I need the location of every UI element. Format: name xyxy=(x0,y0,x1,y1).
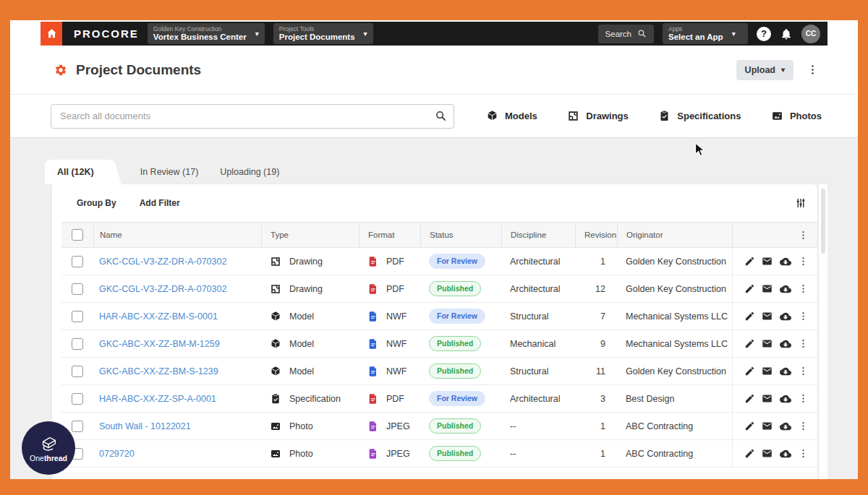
row-checkbox[interactable] xyxy=(72,311,83,322)
document-link[interactable]: GKC-CGL-V3-ZZ-DR-A-070302 xyxy=(99,257,226,267)
project-picker[interactable]: Golden Key Construction Vortex Business … xyxy=(148,23,265,44)
quick-link-photos[interactable]: Photos xyxy=(771,110,822,122)
quick-link-specifications[interactable]: Specifications xyxy=(658,110,741,122)
document-link[interactable]: GKC-ABC-XX-ZZ-BM-M-1259 xyxy=(99,339,220,349)
row-checkbox[interactable] xyxy=(72,366,83,377)
edit-pencil-icon[interactable] xyxy=(744,256,755,267)
email-icon[interactable] xyxy=(762,448,773,459)
format-label: PDF xyxy=(386,257,404,267)
upload-button[interactable]: Upload ▾ xyxy=(736,60,793,80)
table-row[interactable]: GKC-ABC-XX-ZZ-BM-M-1259 Model NWF Publis… xyxy=(61,330,817,358)
home-button[interactable] xyxy=(41,22,62,46)
download-cloud-icon[interactable] xyxy=(780,338,791,350)
global-search-button[interactable]: Search xyxy=(598,25,654,43)
edit-pencil-icon[interactable] xyxy=(744,366,755,376)
download-cloud-icon[interactable] xyxy=(780,421,791,432)
tool-picker-value: Project Documents xyxy=(279,33,355,42)
edit-pencil-icon[interactable] xyxy=(744,283,755,294)
notifications-bell-icon[interactable] xyxy=(780,27,793,40)
download-cloud-icon[interactable] xyxy=(780,256,791,267)
chevron-down-icon: ▾ xyxy=(364,30,367,38)
edit-pencil-icon[interactable] xyxy=(744,311,755,322)
quick-link-label: Photos xyxy=(790,111,822,121)
row-more-options-icon[interactable] xyxy=(798,338,809,349)
row-more-options-icon[interactable] xyxy=(798,311,809,322)
document-link[interactable]: South Wall - 10122021 xyxy=(99,421,191,431)
column-header-name: Name xyxy=(93,223,261,247)
email-icon[interactable] xyxy=(762,256,773,267)
quick-link-drawings[interactable]: Drawings xyxy=(567,110,629,122)
type-icon xyxy=(270,366,281,377)
table-settings-icon[interactable] xyxy=(794,197,807,210)
tab-uploading-19[interactable]: Uploading (19) xyxy=(220,160,279,184)
row-checkbox[interactable] xyxy=(72,256,83,267)
download-cloud-icon[interactable] xyxy=(780,448,791,460)
tab-in-review-17[interactable]: In Review (17) xyxy=(140,160,199,184)
quick-link-models[interactable]: Models xyxy=(486,110,537,122)
download-cloud-icon[interactable] xyxy=(780,311,791,322)
status-badge: Published xyxy=(429,418,481,434)
edit-pencil-icon[interactable] xyxy=(744,448,755,459)
email-icon[interactable] xyxy=(762,366,773,376)
originator-value: Mechanical Systems LLC xyxy=(617,303,732,330)
company-name: Golden Key Construction xyxy=(153,25,247,33)
columns-options-icon[interactable] xyxy=(798,230,809,241)
tool-picker[interactable]: Project Tools Project Documents ▾ xyxy=(273,23,373,44)
help-glyph: ? xyxy=(761,28,767,39)
edit-pencil-icon[interactable] xyxy=(744,421,755,431)
row-more-options-icon[interactable] xyxy=(798,366,809,376)
download-cloud-icon[interactable] xyxy=(780,366,791,377)
table-row[interactable]: GKC-CGL-V3-ZZ-DR-A-070302 Drawing PDF Pu… xyxy=(61,275,817,303)
email-icon[interactable] xyxy=(762,393,773,404)
search-input[interactable] xyxy=(51,104,454,129)
apps-picker[interactable]: Apps Select an App ▾ xyxy=(663,23,748,44)
row-more-options-icon[interactable] xyxy=(798,283,809,294)
email-icon[interactable] xyxy=(762,283,773,294)
row-more-options-icon[interactable] xyxy=(798,448,809,459)
help-button[interactable]: ? xyxy=(757,27,771,41)
row-checkbox[interactable] xyxy=(72,421,83,432)
onethread-logo-icon xyxy=(38,434,59,453)
download-cloud-icon[interactable] xyxy=(780,283,791,295)
email-icon[interactable] xyxy=(762,311,773,322)
tab-all-12k[interactable]: All (12K) xyxy=(45,160,119,184)
row-checkbox[interactable] xyxy=(72,283,83,295)
discipline-value: Mechanical xyxy=(501,330,575,357)
scrollbar-thumb[interactable] xyxy=(821,189,825,254)
revision-value: 1 xyxy=(575,440,617,467)
document-link[interactable]: GKC-ABC-XX-ZZ-BM-S-1239 xyxy=(99,366,218,376)
user-avatar[interactable]: CC xyxy=(801,25,820,43)
table-row[interactable]: South Wall - 10122021 Photo JPEG Publish… xyxy=(61,413,817,440)
row-checkbox[interactable] xyxy=(72,393,83,405)
vertical-scrollbar[interactable] xyxy=(819,184,827,479)
table-row[interactable]: GKC-CGL-V3-ZZ-DR-A-070302 Drawing PDF Fo… xyxy=(61,248,817,275)
header-more-options-button[interactable] xyxy=(805,62,820,77)
row-more-options-icon[interactable] xyxy=(798,421,809,431)
search-icon[interactable] xyxy=(435,110,447,122)
type-label: Specification xyxy=(289,394,341,404)
email-icon[interactable] xyxy=(762,338,773,349)
document-link[interactable]: 0729720 xyxy=(99,449,135,459)
type-icon xyxy=(270,283,281,295)
group-by-button[interactable]: Group By xyxy=(77,198,116,208)
quick-link-icon xyxy=(658,110,671,122)
revision-value: 1 xyxy=(575,248,617,275)
document-link[interactable]: GKC-CGL-V3-ZZ-DR-A-070302 xyxy=(99,284,226,294)
table-row[interactable]: 0729720 Photo JPEG Published -- 1 ABC Co… xyxy=(61,440,817,468)
email-icon[interactable] xyxy=(762,421,773,431)
edit-pencil-icon[interactable] xyxy=(744,338,755,349)
add-filter-button[interactable]: Add Filter xyxy=(140,198,180,208)
status-badge: Published xyxy=(429,281,481,296)
edit-pencil-icon[interactable] xyxy=(744,393,755,404)
row-more-options-icon[interactable] xyxy=(798,393,809,404)
select-all-checkbox[interactable] xyxy=(72,229,83,241)
table-row[interactable]: GKC-ABC-XX-ZZ-BM-S-1239 Model NWF Publis… xyxy=(61,358,817,385)
document-link[interactable]: HAR-ABC-XX-ZZ-SP-A-0001 xyxy=(99,394,216,404)
document-link[interactable]: HAR-ABC-XX-ZZ-BM-S-0001 xyxy=(99,311,218,322)
table-row[interactable]: HAR-ABC-XX-ZZ-BM-S-0001 Model NWF For Re… xyxy=(61,303,817,330)
row-checkbox[interactable] xyxy=(72,338,83,350)
discipline-value: Structural xyxy=(501,358,575,384)
row-more-options-icon[interactable] xyxy=(798,256,809,267)
table-row[interactable]: HAR-ABC-XX-ZZ-SP-A-0001 Specification PD… xyxy=(61,385,817,413)
download-cloud-icon[interactable] xyxy=(780,393,791,405)
